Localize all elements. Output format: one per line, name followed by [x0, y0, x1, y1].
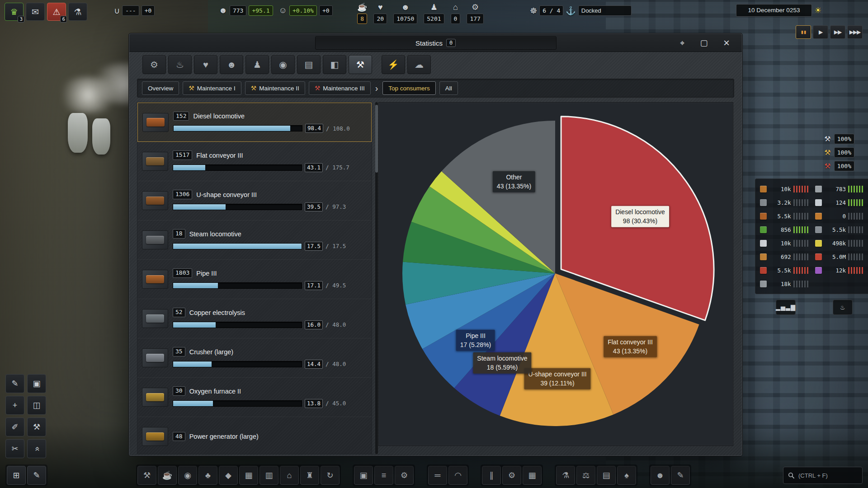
resource-row[interactable]: 856	[760, 224, 810, 235]
vents-tab[interactable]: ♨	[168, 55, 192, 74]
resource-row[interactable]: 0	[815, 211, 865, 221]
trains-button[interactable]: ≡	[374, 466, 393, 485]
resource-row[interactable]: 12k	[815, 265, 865, 276]
machines-tab[interactable]: ⚙	[142, 55, 166, 74]
resource-row[interactable]: 783	[815, 183, 865, 194]
ship-icon: ☸	[530, 6, 537, 16]
consumer-row[interactable]: 1803Pipe III17.1/ 49.5	[137, 260, 372, 299]
electricity-tab[interactable]: ⚡	[382, 55, 405, 74]
health-tab[interactable]: ♥	[194, 55, 217, 74]
population-icon: ☻	[219, 6, 227, 15]
fast-forward-button[interactable]: ▶▶	[830, 25, 845, 39]
paint-tool[interactable]: ✎	[5, 374, 24, 393]
fluids-button[interactable]: ◉	[178, 466, 197, 485]
factory-summary-button[interactable]: ♨	[833, 300, 853, 315]
consumer-row[interactable]: 52Copper electrolysis16.0/ 48.0	[137, 299, 372, 338]
blueprints-button[interactable]: ✎	[27, 466, 46, 485]
crew-button[interactable]: ☻	[651, 466, 670, 485]
stats-button[interactable]: ▤	[597, 466, 616, 485]
trucks-button[interactable]: ▣	[354, 466, 373, 485]
close-button[interactable]: ×	[717, 36, 736, 50]
raise-tool[interactable]: »	[27, 439, 46, 458]
scrollbar-thumb[interactable]	[375, 105, 378, 173]
consumer-value: 17.5	[305, 242, 323, 251]
machines-button[interactable]: ⚙	[502, 466, 521, 485]
education-button[interactable]: ♠	[617, 466, 636, 485]
cut-tool[interactable]: ✂	[5, 439, 24, 458]
subtab-overview[interactable]: Overview	[142, 81, 179, 95]
level-tool[interactable]: ✐	[5, 418, 24, 436]
consumer-row[interactable]: 1306U-shape conveyor III39.5/ 97.3	[137, 181, 372, 221]
farming-button[interactable]: ♣	[198, 466, 217, 485]
statistics-graph-button[interactable]: ▂▅▃▇	[776, 300, 796, 315]
city-button[interactable]: ♜	[300, 466, 319, 485]
pipes-button[interactable]: ∥	[482, 466, 501, 485]
window-titlebar[interactable]: Statistics 0 ⌖ ▢ ×	[129, 34, 742, 52]
subtab-maintenance-ii[interactable]: ⚒Maintenance II	[245, 81, 305, 95]
consumer-row[interactable]: 18Steam locomotive17.5/ 17.5	[137, 221, 372, 260]
population-tab[interactable]: ☻	[220, 55, 243, 74]
resource-row[interactable]: 5.5k	[815, 224, 865, 235]
resource-row[interactable]: 5.5k	[760, 211, 810, 221]
waste-button[interactable]: ↻	[321, 466, 340, 485]
pause-button[interactable]: ▮▮	[796, 25, 811, 39]
research-shortcut-button[interactable]: ⚗	[68, 3, 87, 21]
search-input[interactable]	[798, 472, 858, 479]
resource-row[interactable]: 5.0M	[815, 251, 865, 262]
consumer-name: Power generator (large)	[189, 433, 259, 440]
bridges-button[interactable]: ◠	[448, 466, 467, 485]
fastest-button[interactable]: ▶▶▶	[847, 25, 863, 39]
research-button[interactable]: ⚗	[556, 466, 575, 485]
subtab-maintenance-iii[interactable]: ⚒Maintenance III	[309, 81, 371, 95]
zones-button[interactable]: ▦	[523, 466, 542, 485]
clone-tool[interactable]: ◫	[27, 396, 46, 415]
storage-button[interactable]: ▦	[239, 466, 258, 485]
workers-tab[interactable]: ♟	[245, 55, 269, 74]
resource-history-bars	[848, 240, 864, 247]
list-scrollbar[interactable]	[375, 102, 378, 454]
terrain-button[interactable]: ⚒	[137, 466, 156, 485]
mine-tool[interactable]: ⚒	[27, 418, 46, 436]
messages-button[interactable]: ✉	[26, 3, 45, 21]
resource-row[interactable]: 3.2k	[760, 197, 810, 208]
resources-button[interactable]: ◆	[219, 466, 238, 485]
decals-button[interactable]: ✎	[671, 466, 690, 485]
logistics-button[interactable]: ▥	[259, 466, 278, 485]
resource-row[interactable]: 10k	[760, 183, 810, 194]
achievements-badge: 3	[18, 16, 24, 23]
subtab-all[interactable]: All	[439, 81, 458, 95]
achievements-button[interactable]: ♛ 3	[5, 3, 24, 21]
water-tab[interactable]: ◉	[271, 55, 295, 74]
vehicles-button[interactable]: ⚙	[395, 466, 414, 485]
food-button[interactable]: ☕	[158, 466, 177, 485]
maximize-button[interactable]: ▢	[694, 36, 714, 50]
pin-button[interactable]: ⌖	[672, 36, 692, 50]
wrench-icon: ⚒	[251, 84, 257, 92]
resource-row[interactable]: 10k	[760, 238, 810, 249]
resource-row[interactable]: 124	[815, 197, 865, 208]
move-tool[interactable]: +	[5, 396, 24, 415]
resource-row[interactable]: 18k	[760, 278, 810, 289]
consumer-row[interactable]: 1517Flat conveyor III43.1/ 175.7	[137, 142, 372, 181]
stamp-tool[interactable]: ▣	[27, 374, 46, 393]
subtab-top-consumers[interactable]: Top consumers	[382, 81, 436, 95]
consumer-row[interactable]: 48Power generator (large)	[137, 417, 372, 454]
resource-row[interactable]: 5.5k	[760, 265, 810, 276]
resource-row[interactable]: 498k	[815, 238, 865, 249]
resource-row[interactable]: 692	[760, 251, 810, 262]
menu-button[interactable]: ⊞	[7, 466, 26, 485]
reports-tab[interactable]: ▤	[297, 55, 321, 74]
pollution-tab[interactable]: ☁	[407, 55, 431, 74]
subtab-maintenance-i[interactable]: ⚒Maintenance I	[183, 81, 241, 95]
consumer-row[interactable]: 35Crusher (large)14.4/ 48.0	[137, 338, 372, 378]
consumer-row[interactable]: 152Diesel locomotive98.4/ 108.0	[137, 103, 372, 142]
resource-value: 5.5k	[769, 213, 791, 220]
roads-button[interactable]: ═	[428, 466, 447, 485]
fuel-tab[interactable]: ◧	[323, 55, 346, 74]
consumer-row[interactable]: 30Oxygen furnace II13.8/ 45.0	[137, 378, 372, 417]
trade-button[interactable]: ⚖	[576, 466, 595, 485]
housing-button[interactable]: ⌂	[280, 466, 299, 485]
alerts-button[interactable]: ⚠ 6	[47, 3, 66, 21]
play-button[interactable]: ▶	[813, 25, 828, 39]
maintenance-tab[interactable]: ⚒	[349, 55, 372, 74]
